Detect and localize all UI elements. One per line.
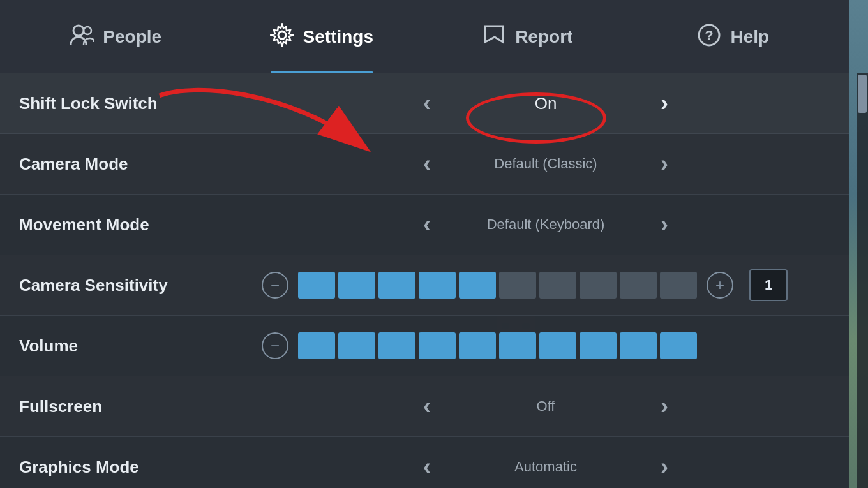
help-icon: ? bbox=[697, 23, 721, 51]
vol-block-5 bbox=[459, 332, 496, 359]
setting-row-volume: Volume − bbox=[0, 316, 849, 376]
settings-content: Shift Lock Switch ‹ On › Camera Mode ‹ D… bbox=[0, 73, 849, 488]
slider-block-10 bbox=[660, 272, 697, 299]
tab-people[interactable]: People bbox=[13, 0, 219, 73]
setting-row-camera-mode: Camera Mode ‹ Default (Classic) › bbox=[0, 134, 849, 195]
camera-mode-control: ‹ Default (Classic) › bbox=[262, 147, 830, 181]
slider-block-8 bbox=[580, 272, 617, 299]
fullscreen-right-arrow[interactable]: › bbox=[654, 390, 675, 423]
setting-row-movement-mode: Movement Mode ‹ Default (Keyboard) › bbox=[0, 195, 849, 255]
camera-mode-left-arrow[interactable]: ‹ bbox=[417, 147, 437, 181]
movement-mode-label: Movement Mode bbox=[19, 215, 262, 235]
camera-sensitivity-plus[interactable]: + bbox=[707, 272, 733, 299]
tab-settings[interactable]: Settings bbox=[219, 0, 425, 73]
slider-block-2 bbox=[338, 272, 375, 299]
tab-report[interactable]: Report bbox=[424, 0, 631, 73]
scrollbar[interactable] bbox=[857, 73, 868, 488]
movement-mode-value: Default (Keyboard) bbox=[450, 216, 641, 233]
graphics-mode-control: ‹ Automatic › bbox=[262, 450, 830, 484]
volume-slider[interactable] bbox=[298, 332, 697, 359]
svg-point-11 bbox=[278, 31, 286, 39]
svg-point-10 bbox=[84, 27, 91, 34]
volume-control: − bbox=[262, 332, 830, 359]
camera-mode-value: Default (Classic) bbox=[450, 156, 641, 172]
shift-lock-label: Shift Lock Switch bbox=[19, 94, 262, 114]
tab-people-label: People bbox=[103, 27, 161, 47]
graphics-mode-value: Automatic bbox=[450, 459, 641, 475]
movement-mode-right-arrow[interactable]: › bbox=[654, 208, 675, 241]
slider-block-7 bbox=[539, 272, 576, 299]
scrollbar-thumb[interactable] bbox=[858, 75, 867, 113]
vol-block-2 bbox=[338, 332, 375, 359]
camera-mode-label: Camera Mode bbox=[19, 154, 262, 174]
volume-label: Volume bbox=[19, 336, 262, 356]
slider-block-5 bbox=[459, 272, 496, 299]
people-icon bbox=[70, 23, 94, 51]
fullscreen-control: ‹ Off › bbox=[262, 390, 830, 423]
setting-row-camera-sensitivity: Camera Sensitivity − + 1 bbox=[0, 255, 849, 316]
camera-sensitivity-minus[interactable]: − bbox=[262, 272, 288, 299]
shift-lock-control: ‹ On › bbox=[262, 87, 830, 120]
setting-row-graphics-mode: Graphics Mode ‹ Automatic › bbox=[0, 437, 849, 488]
camera-sensitivity-label: Camera Sensitivity bbox=[19, 276, 262, 295]
fullscreen-value: Off bbox=[450, 398, 641, 415]
camera-sensitivity-slider[interactable] bbox=[298, 272, 697, 299]
tab-bar: People Settings Report bbox=[0, 0, 849, 73]
tab-settings-label: Settings bbox=[303, 27, 373, 47]
tab-help-label: Help bbox=[730, 27, 769, 47]
camera-sensitivity-number: 1 bbox=[749, 269, 788, 301]
camera-sensitivity-control: − + 1 bbox=[262, 269, 830, 301]
vol-block-8 bbox=[580, 332, 617, 359]
vol-block-3 bbox=[378, 332, 415, 359]
slider-block-4 bbox=[419, 272, 456, 299]
slider-block-9 bbox=[620, 272, 657, 299]
vol-block-9 bbox=[620, 332, 657, 359]
graphics-mode-left-arrow[interactable]: ‹ bbox=[417, 450, 437, 484]
tab-help[interactable]: ? Help bbox=[631, 0, 837, 73]
setting-row-fullscreen: Fullscreen ‹ Off › bbox=[0, 376, 849, 437]
graphics-mode-label: Graphics Mode bbox=[19, 457, 262, 477]
volume-minus[interactable]: − bbox=[262, 332, 288, 359]
slider-block-1 bbox=[298, 272, 335, 299]
shift-lock-left-arrow[interactable]: ‹ bbox=[417, 87, 437, 120]
shift-lock-right-arrow[interactable]: › bbox=[654, 87, 675, 120]
vol-block-6 bbox=[499, 332, 536, 359]
movement-mode-left-arrow[interactable]: ‹ bbox=[417, 208, 437, 241]
vol-block-4 bbox=[419, 332, 456, 359]
tab-report-label: Report bbox=[515, 27, 572, 47]
graphics-mode-right-arrow[interactable]: › bbox=[654, 450, 675, 484]
report-icon bbox=[482, 23, 506, 51]
movement-mode-control: ‹ Default (Keyboard) › bbox=[262, 208, 830, 241]
fullscreen-left-arrow[interactable]: ‹ bbox=[417, 390, 437, 423]
svg-point-9 bbox=[73, 26, 84, 36]
vol-block-1 bbox=[298, 332, 335, 359]
camera-mode-right-arrow[interactable]: › bbox=[654, 147, 675, 181]
svg-text:?: ? bbox=[705, 27, 714, 43]
slider-block-3 bbox=[378, 272, 415, 299]
fullscreen-label: Fullscreen bbox=[19, 397, 262, 417]
shift-lock-value: On bbox=[450, 94, 641, 114]
settings-icon bbox=[270, 23, 294, 51]
setting-row-shift-lock: Shift Lock Switch ‹ On › bbox=[0, 73, 849, 134]
vol-block-7 bbox=[539, 332, 576, 359]
slider-block-6 bbox=[499, 272, 536, 299]
vol-block-10 bbox=[660, 332, 697, 359]
menu-overlay: People Settings Report bbox=[0, 0, 849, 488]
